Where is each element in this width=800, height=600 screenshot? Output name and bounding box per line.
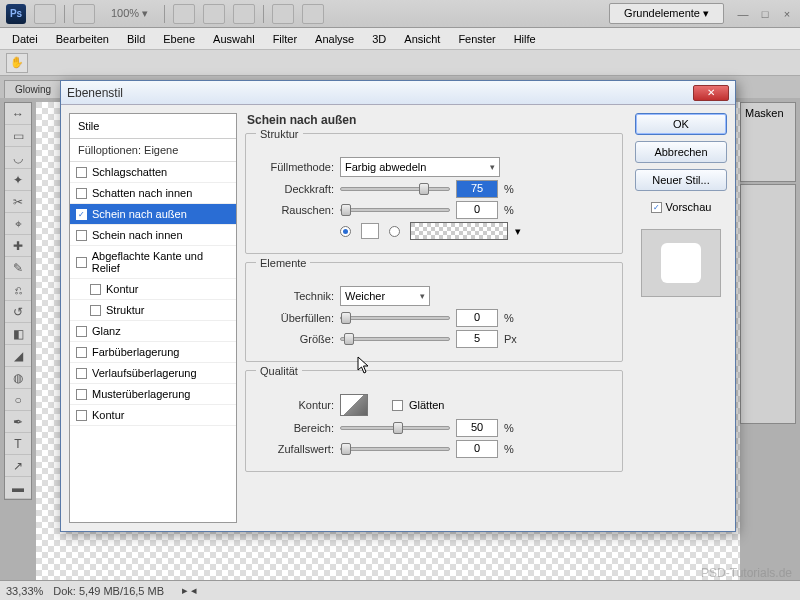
crop-tool-icon[interactable]: ✂ [5, 191, 31, 213]
brush-tool-icon[interactable]: ✎ [5, 257, 31, 279]
style-checkbox[interactable] [76, 347, 87, 358]
style-checkbox[interactable] [76, 188, 87, 199]
wand-tool-icon[interactable]: ✦ [5, 169, 31, 191]
history-tool-icon[interactable]: ↺ [5, 301, 31, 323]
style-checkbox[interactable] [76, 326, 87, 337]
style-row-0[interactable]: Schlagschatten [70, 162, 236, 183]
blur-tool-icon[interactable]: ◍ [5, 367, 31, 389]
color-swatch[interactable] [361, 223, 379, 239]
uberfullen-input[interactable]: 0 [456, 309, 498, 327]
rotate-tool-button[interactable] [233, 4, 255, 24]
style-row-2[interactable]: ✓Schein nach außen [70, 204, 236, 225]
menu-datei[interactable]: Datei [4, 30, 46, 48]
gradient-radio[interactable] [389, 226, 400, 237]
style-checkbox[interactable] [76, 167, 87, 178]
hand-tool-button[interactable] [173, 4, 195, 24]
view-menu-button[interactable] [73, 4, 95, 24]
color-radio[interactable] [340, 226, 351, 237]
grosse-slider[interactable] [340, 337, 450, 341]
panel-layers[interactable] [740, 184, 796, 424]
zoom-combo[interactable]: 100% ▾ [103, 5, 156, 22]
menu-3d[interactable]: 3D [364, 30, 394, 48]
stamp-tool-icon[interactable]: ⎌ [5, 279, 31, 301]
arrange-button[interactable] [272, 4, 294, 24]
style-row-4[interactable]: Abgeflachte Kante und Relief [70, 246, 236, 279]
pen-tool-icon[interactable]: ✒ [5, 411, 31, 433]
move-tool-icon[interactable]: ↔ [5, 103, 31, 125]
doc-tab-glowing[interactable]: Glowing [4, 80, 62, 98]
zoom-tool-button[interactable] [203, 4, 225, 24]
rauschen-slider[interactable] [340, 208, 450, 212]
shape-tool-icon[interactable]: ▬ [5, 477, 31, 499]
ok-button[interactable]: OK [635, 113, 727, 135]
dialog-titlebar[interactable]: Ebenenstil ✕ [61, 81, 735, 105]
dialog-close-button[interactable]: ✕ [693, 85, 729, 101]
menu-ansicht[interactable]: Ansicht [396, 30, 448, 48]
bereich-input[interactable]: 50 [456, 419, 498, 437]
technik-combo[interactable]: Weicher [340, 286, 430, 306]
kontur-picker[interactable] [340, 394, 368, 416]
deckkraft-slider[interactable] [340, 187, 450, 191]
path-tool-icon[interactable]: ↗ [5, 455, 31, 477]
glatten-checkbox[interactable] [392, 400, 403, 411]
style-row-10[interactable]: Musterüberlagerung [70, 384, 236, 405]
style-row-1[interactable]: Schatten nach innen [70, 183, 236, 204]
style-checkbox[interactable] [76, 389, 87, 400]
panel-masken[interactable]: Masken [740, 102, 796, 182]
style-checkbox[interactable] [76, 410, 87, 421]
bereich-slider[interactable] [340, 426, 450, 430]
type-tool-icon[interactable]: T [5, 433, 31, 455]
menu-bild[interactable]: Bild [119, 30, 153, 48]
style-checkbox[interactable] [76, 230, 87, 241]
rauschen-input[interactable]: 0 [456, 201, 498, 219]
menu-filter[interactable]: Filter [265, 30, 305, 48]
maximize-icon[interactable]: □ [758, 7, 772, 21]
style-checkbox[interactable] [76, 257, 87, 268]
zufall-input[interactable]: 0 [456, 440, 498, 458]
style-checkbox[interactable] [76, 368, 87, 379]
menu-bearbeiten[interactable]: Bearbeiten [48, 30, 117, 48]
screen-mode-button[interactable] [302, 4, 324, 24]
zufall-slider[interactable] [340, 447, 450, 451]
style-row-11[interactable]: Kontur [70, 405, 236, 426]
deckkraft-input[interactable]: 75 [456, 180, 498, 198]
marquee-tool-icon[interactable]: ▭ [5, 125, 31, 147]
menu-ebene[interactable]: Ebene [155, 30, 203, 48]
heal-tool-icon[interactable]: ✚ [5, 235, 31, 257]
dodge-tool-icon[interactable]: ○ [5, 389, 31, 411]
uberfullen-slider[interactable] [340, 316, 450, 320]
pct-unit: % [504, 443, 522, 455]
fill-options-header[interactable]: Fülloptionen: Eigene [70, 139, 236, 162]
style-row-3[interactable]: Schein nach innen [70, 225, 236, 246]
menu-analyse[interactable]: Analyse [307, 30, 362, 48]
menu-hilfe[interactable]: Hilfe [506, 30, 544, 48]
style-checkbox[interactable] [90, 305, 101, 316]
layer-style-dialog: Ebenenstil ✕ Stile Fülloptionen: Eigene … [60, 80, 736, 532]
bridge-button[interactable] [34, 4, 56, 24]
lasso-tool-icon[interactable]: ◡ [5, 147, 31, 169]
style-row-9[interactable]: Verlaufsüberlagerung [70, 363, 236, 384]
eyedropper-tool-icon[interactable]: ⌖ [5, 213, 31, 235]
workspace-combo[interactable]: Grundelemente ▾ [609, 3, 724, 24]
styles-header[interactable]: Stile [70, 114, 236, 139]
grosse-input[interactable]: 5 [456, 330, 498, 348]
fullmethode-combo[interactable]: Farbig abwedeln [340, 157, 500, 177]
fullmethode-label: Füllmethode: [256, 161, 334, 173]
close-icon[interactable]: × [780, 7, 794, 21]
style-row-5[interactable]: Kontur [70, 279, 236, 300]
cancel-button[interactable]: Abbrechen [635, 141, 727, 163]
menu-fenster[interactable]: Fenster [450, 30, 503, 48]
gradient-swatch[interactable] [410, 222, 508, 240]
gradient-tool-icon[interactable]: ◢ [5, 345, 31, 367]
style-checkbox[interactable] [90, 284, 101, 295]
hand-icon[interactable]: ✋ [6, 53, 28, 73]
new-style-button[interactable]: Neuer Stil... [635, 169, 727, 191]
style-checkbox[interactable]: ✓ [76, 209, 87, 220]
style-row-7[interactable]: Glanz [70, 321, 236, 342]
style-row-6[interactable]: Struktur [70, 300, 236, 321]
eraser-tool-icon[interactable]: ◧ [5, 323, 31, 345]
menu-auswahl[interactable]: Auswahl [205, 30, 263, 48]
style-row-8[interactable]: Farbüberlagerung [70, 342, 236, 363]
minimize-icon[interactable]: — [736, 7, 750, 21]
vorschau-checkbox[interactable]: ✓ [651, 202, 662, 213]
